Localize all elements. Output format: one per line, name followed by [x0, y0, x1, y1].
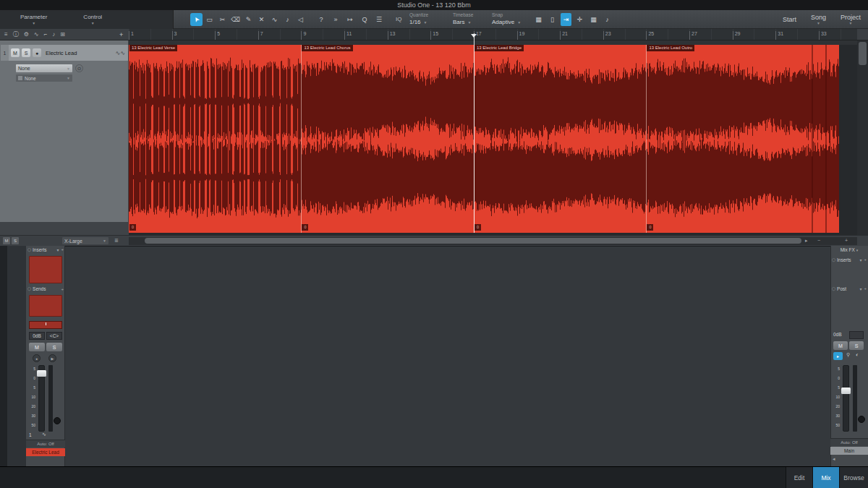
clip-label[interactable]: 13 Electric Lead Chorus	[302, 45, 352, 51]
inserts-header[interactable]: ◯ Inserts ▾+	[27, 247, 64, 252]
chevron-down-icon[interactable]: ▾	[859, 257, 861, 262]
monitoring-icon[interactable]: ▸	[833, 352, 843, 360]
track-solo-button[interactable]: S	[22, 48, 30, 57]
track-automation-select[interactable]: None ▼	[16, 74, 72, 82]
control-dropdown[interactable]: Control ▼	[83, 14, 102, 25]
zoom-in-icon[interactable]: +	[845, 238, 848, 243]
quantize-icon[interactable]: Q	[359, 13, 370, 26]
arrangement-audio-clips[interactable]	[129, 45, 839, 233]
send-slot[interactable]	[29, 295, 62, 317]
mono-icon[interactable]: ◐	[856, 352, 859, 357]
channel-mute-button[interactable]: M	[29, 343, 45, 351]
add-insert-icon[interactable]: +	[864, 286, 867, 291]
master-fader[interactable]	[843, 365, 849, 432]
master-fader-cap[interactable]	[841, 388, 851, 394]
add-insert-icon[interactable]: +	[61, 247, 64, 252]
autoscroll-icon[interactable]: ↦	[345, 13, 355, 26]
horizontal-scrollbar[interactable]	[129, 237, 857, 245]
monitor-button[interactable]: ▶	[48, 354, 56, 362]
master-name-label[interactable]: Main	[830, 447, 868, 455]
headphone-icon[interactable]: ⚲	[846, 352, 850, 358]
note-icon[interactable]: ♪	[52, 31, 55, 38]
clip-label[interactable]: 13 Electric Lead Verse	[129, 45, 177, 51]
listen-tool[interactable]: ♪	[281, 13, 294, 26]
record-arm-button[interactable]: ●	[33, 354, 41, 362]
chevron-down-icon[interactable]: ▾	[56, 247, 59, 252]
timebase-select[interactable]: Bars▼	[453, 18, 489, 27]
global-mute-button[interactable]: M	[3, 237, 10, 244]
add-send-icon[interactable]: +	[61, 287, 64, 291]
parameter-dropdown[interactable]: Parameter ▼	[20, 14, 47, 25]
track-record-button[interactable]: ●	[33, 48, 41, 57]
channel-name-label[interactable]: Electric Lead	[26, 448, 65, 456]
grid-icon[interactable]: ▦	[533, 13, 544, 26]
playhead[interactable]	[474, 33, 475, 233]
pan-slider[interactable]	[29, 321, 62, 329]
inspector-icon[interactable]: ⓘ	[13, 30, 19, 38]
track-list-menu-icon[interactable]: ≡	[4, 31, 8, 38]
mixfx-header[interactable]: Mix FX ▾	[830, 247, 868, 252]
quantize-select[interactable]: 1/16▼	[409, 18, 450, 27]
master-value-box[interactable]	[849, 331, 864, 339]
power-icon[interactable]: ◯	[832, 258, 835, 262]
eraser-tool[interactable]: ⌫	[229, 13, 242, 26]
track-header[interactable]: 1 M S ● Electric Lead ∿∿	[1, 45, 128, 61]
global-solo-button[interactable]: S	[12, 237, 19, 244]
paint-tool[interactable]: ✎	[242, 13, 255, 26]
arrow-tool[interactable]: ➤	[190, 13, 203, 26]
sends-header[interactable]: ◯ Sends +	[27, 286, 64, 291]
snap-grid-icon[interactable]: ▦	[588, 13, 599, 26]
split-tool[interactable]: ✂	[216, 13, 229, 26]
track-tools-icon[interactable]: ⚙	[24, 31, 29, 38]
bend-tool[interactable]: ∿	[268, 13, 281, 26]
start-page-button[interactable]: Start	[783, 16, 796, 23]
song-page-button[interactable]: Song ▼	[811, 14, 826, 25]
add-track-button[interactable]: +	[119, 31, 123, 38]
collapse-right-icon[interactable]: ◂	[833, 456, 835, 462]
vertical-scrollbar-thumb[interactable]	[859, 42, 867, 65]
add-insert-icon[interactable]: +	[864, 257, 867, 262]
horizontal-scrollbar-thumb[interactable]	[145, 238, 801, 244]
crosshair-icon[interactable]: ✛	[574, 13, 585, 26]
track-mute-button[interactable]: M	[11, 48, 20, 57]
master-post-header[interactable]: ◯ Post ▾+	[832, 286, 867, 291]
timeline-ruler[interactable]: 13579111315171921232527293133	[129, 29, 857, 40]
track-name[interactable]: Electric Lead	[43, 50, 114, 56]
master-volume-display[interactable]: 0dB	[833, 332, 842, 337]
grid-view-icon[interactable]: ⊞	[60, 31, 65, 38]
master-solo-button[interactable]: S	[849, 341, 864, 350]
master-knob[interactable]	[858, 416, 865, 423]
macro-icon[interactable]: ☰	[374, 13, 384, 26]
volume-tool[interactable]: ◁	[294, 13, 307, 26]
zoom-out-icon[interactable]: −	[817, 238, 820, 243]
master-automation-mode[interactable]: Auto: Off	[830, 438, 868, 446]
range-tool[interactable]: ▭	[203, 13, 216, 26]
chevron-down-icon[interactable]: ▾	[859, 286, 861, 291]
channel-solo-button[interactable]: S	[46, 343, 62, 351]
track-height-select[interactable]: X-Large ▼	[62, 237, 109, 244]
autoscroll-toggle[interactable]: ⇥	[561, 13, 571, 26]
channel-volume-display[interactable]: 0dB	[29, 332, 45, 340]
master-inserts-header[interactable]: ◯ Inserts ▾+	[832, 257, 867, 262]
autopunch-icon[interactable]: ▯	[547, 13, 558, 26]
track-insert-select[interactable]: None ▼	[16, 64, 72, 72]
clip-label[interactable]: 13 Electric Lead Outro	[647, 45, 694, 51]
channel-fader[interactable]	[38, 365, 45, 432]
power-icon[interactable]: ◯	[27, 248, 31, 252]
track-mono-button[interactable]: O	[75, 64, 83, 72]
power-icon[interactable]: ◯	[27, 287, 31, 291]
follow-playhead-icon[interactable]: »	[331, 13, 341, 26]
layers-icon[interactable]: ⌐	[44, 31, 48, 38]
browse-view-button[interactable]: Browse	[839, 467, 868, 488]
channel-knob[interactable]	[54, 417, 61, 424]
help-icon[interactable]: ?	[316, 13, 326, 26]
clip-label[interactable]: 13 Electric Lead Bridge	[475, 45, 524, 51]
automation-icon[interactable]: ∿	[34, 31, 39, 38]
input-quantize-toggle[interactable]: IQ	[396, 16, 401, 22]
mix-view-button[interactable]: Mix	[812, 467, 839, 488]
scroll-right-icon[interactable]: ▸	[805, 238, 808, 244]
track-size-menu-icon[interactable]: ≣	[114, 238, 119, 244]
insert-slot[interactable]	[29, 256, 62, 283]
project-page-button[interactable]: Project ▼	[841, 14, 861, 25]
metronome-settings-icon[interactable]: ♪	[602, 13, 613, 26]
